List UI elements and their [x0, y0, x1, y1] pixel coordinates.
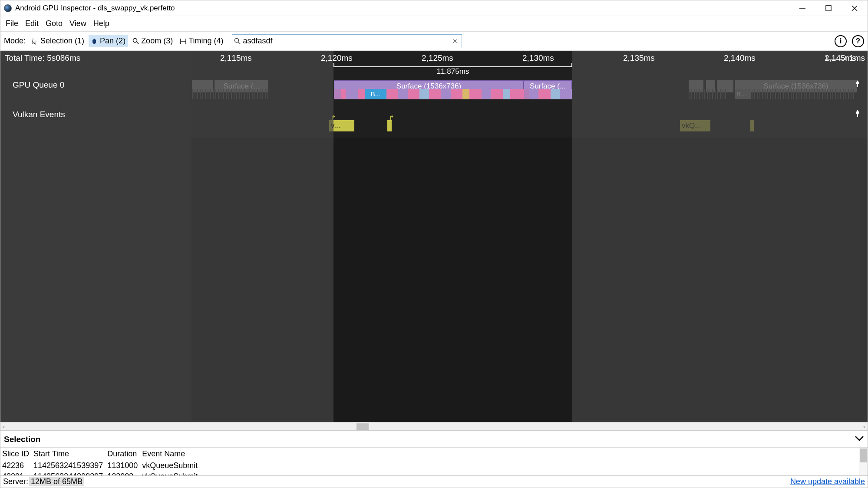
visible-range-label: 11.875ms	[333, 63, 572, 76]
timeline-panel[interactable]: Total Time: 5s086ms 1ms 2,115ms 2,120ms …	[0, 51, 868, 422]
cursor-icon	[32, 38, 39, 45]
timing-icon	[180, 38, 187, 45]
svg-line-5	[137, 42, 139, 44]
svg-point-4	[133, 38, 137, 42]
svg-rect-1	[826, 6, 831, 11]
mode-pan-button[interactable]: Pan (2)	[89, 35, 128, 47]
search-box[interactable]: ✕	[232, 34, 462, 48]
time-ruler[interactable]: Total Time: 5s086ms 1ms 2,115ms 2,120ms …	[0, 51, 868, 76]
mode-selection-label: Selection (1)	[40, 36, 84, 46]
table-row[interactable]: 42236 1142563241539397 1131000 vkQueueSu…	[2, 460, 202, 471]
mode-zoom-button[interactable]: Zoom (3)	[130, 35, 175, 47]
scrollbar-thumb[interactable]	[860, 449, 867, 462]
col-duration[interactable]: Duration	[107, 448, 142, 460]
window-title: Android GPU Inspector - dls_swappy_vk.pe…	[15, 4, 175, 13]
tick-label: 2,120ms	[321, 53, 353, 63]
selection-table[interactable]: Slice ID Start Time Duration Event Name …	[0, 448, 868, 475]
mode-timing-button[interactable]: Timing (4)	[177, 35, 226, 47]
total-time-label: Total Time: 5s086ms	[5, 53, 80, 63]
col-slice-id[interactable]: Slice ID	[2, 448, 33, 460]
search-clear-button[interactable]: ✕	[451, 37, 459, 45]
update-link[interactable]: New update available	[790, 477, 865, 486]
menu-file[interactable]: File	[2, 17, 22, 30]
magnifier-icon	[132, 38, 139, 45]
collapse-icon[interactable]	[855, 436, 864, 443]
col-start-time[interactable]: Start Time	[33, 448, 107, 460]
scrollbar-thumb[interactable]	[356, 423, 369, 430]
mode-selection-button[interactable]: Selection (1)	[29, 35, 87, 47]
mode-timing-label: Timing (4)	[188, 36, 223, 46]
menu-help[interactable]: Help	[90, 17, 113, 30]
window-minimize-button[interactable]	[789, 0, 815, 16]
menu-view[interactable]: View	[66, 17, 90, 30]
pin-icon[interactable]	[855, 110, 862, 118]
track-labels-column	[0, 51, 191, 422]
menubar: File Edit Goto View Help	[0, 16, 868, 32]
mode-label: Mode:	[4, 36, 26, 46]
selection-title: Selection	[4, 435, 40, 444]
status-bar: Server: 12MB of 65MB New update availabl…	[0, 475, 868, 488]
app-icon	[4, 4, 12, 12]
scroll-right-arrow-icon[interactable]: ›	[863, 423, 865, 430]
table-row[interactable]: 42301 1142563244399397 122000 vkQueueSub…	[2, 471, 202, 475]
mode-pan-label: Pan (2)	[100, 36, 125, 46]
search-icon	[232, 38, 242, 44]
menu-edit[interactable]: Edit	[22, 17, 42, 30]
scroll-left-arrow-icon[interactable]: ‹	[3, 423, 5, 430]
info-icon: i	[840, 37, 842, 46]
hand-icon	[91, 38, 98, 45]
pin-icon[interactable]	[855, 80, 862, 88]
search-input[interactable]	[242, 35, 462, 47]
tick-label: 2,145ms	[825, 53, 856, 63]
svg-point-9	[234, 39, 238, 43]
help-button[interactable]: ?	[852, 35, 864, 47]
track-label-vulkan: Vulkan Events	[13, 110, 65, 119]
server-memory: 12MB of 65MB	[29, 477, 84, 486]
window-close-button[interactable]	[842, 0, 868, 16]
vertical-scrollbar[interactable]	[859, 448, 868, 475]
table-header-row: Slice ID Start Time Duration Event Name	[2, 448, 202, 460]
track-label-gpu-queue: GPU Queue 0	[13, 80, 64, 90]
toolbar: Mode: Selection (1) Pan (2) Zoom (3) Tim…	[0, 32, 868, 51]
tick-label: 2,115ms	[220, 53, 252, 63]
window-maximize-button[interactable]	[815, 0, 842, 16]
vulkan-event[interactable]: ↱	[387, 120, 392, 131]
info-button[interactable]: i	[835, 35, 847, 47]
server-label: Server:	[3, 477, 28, 486]
tick-label: 2,125ms	[422, 53, 453, 63]
mode-zoom-label: Zoom (3)	[141, 36, 173, 46]
svg-line-10	[238, 42, 240, 44]
arrow-icon: ↱	[389, 114, 394, 121]
tick-label: 2,130ms	[522, 53, 554, 63]
col-event-name[interactable]: Event Name	[142, 448, 202, 460]
tick-label: 2,140ms	[724, 53, 756, 63]
slice-detail-row[interactable]: B...	[334, 89, 572, 99]
question-icon: ?	[856, 37, 860, 46]
titlebar: Android GPU Inspector - dls_swappy_vk.pe…	[0, 0, 868, 16]
selection-panel: Selection Slice ID Start Time Duration E…	[0, 431, 868, 475]
menu-goto[interactable]: Goto	[42, 17, 66, 30]
tick-label: 2,135ms	[623, 53, 655, 63]
horizontal-scrollbar[interactable]: ‹ ›	[0, 422, 868, 431]
